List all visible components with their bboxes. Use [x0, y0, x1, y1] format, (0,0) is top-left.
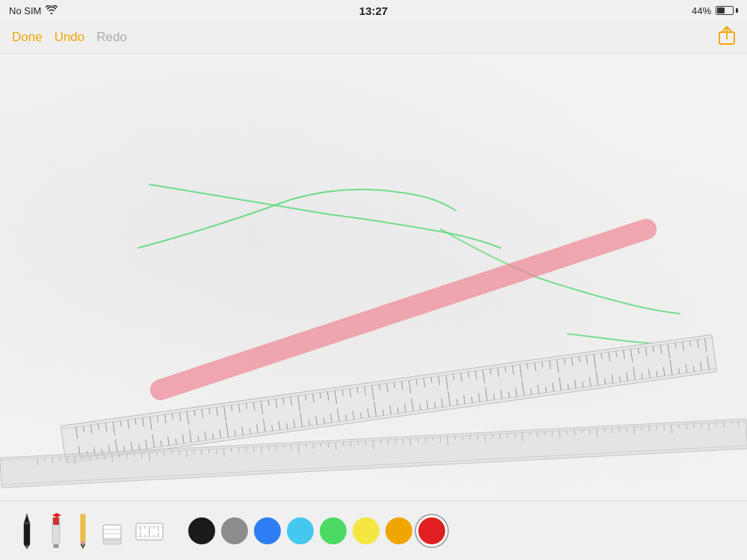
redo-button[interactable]: Redo — [96, 30, 127, 45]
pen-tool-button[interactable] — [15, 508, 39, 553]
toolbar: Done Undo Redo — [0, 21, 747, 54]
eraser-tool-button[interactable] — [99, 508, 125, 553]
no-sim-label: No SIM — [9, 5, 41, 16]
status-bar: No SIM 13:27 44% — [0, 0, 747, 21]
status-right: 44% — [692, 5, 738, 16]
svg-rect-284 — [81, 514, 85, 543]
svg-rect-278 — [24, 522, 30, 524]
svg-marker-279 — [25, 513, 28, 517]
svg-rect-289 — [103, 525, 121, 540]
done-button[interactable]: Done — [12, 30, 43, 45]
share-button[interactable] — [719, 26, 735, 48]
undo-button[interactable]: Undo — [55, 30, 85, 45]
color-black[interactable] — [188, 517, 215, 544]
canvas-area[interactable] — [0, 54, 747, 500]
battery-percent: 44% — [692, 5, 711, 16]
color-cyan[interactable] — [287, 517, 314, 544]
color-orange[interactable] — [385, 517, 412, 544]
colors-row — [188, 517, 445, 544]
bottom-toolbar — [0, 500, 747, 560]
pencil-tool-button[interactable] — [73, 508, 93, 553]
status-left: No SIM — [9, 5, 58, 16]
color-blue[interactable] — [254, 517, 281, 544]
marker-tool-button[interactable] — [45, 508, 67, 553]
color-red[interactable] — [418, 517, 445, 544]
color-green[interactable] — [320, 517, 347, 544]
battery-icon — [716, 6, 738, 15]
svg-rect-293 — [103, 540, 121, 544]
color-yellow[interactable] — [353, 517, 379, 544]
svg-marker-283 — [52, 513, 61, 517]
wifi-icon — [46, 5, 58, 16]
color-gray[interactable] — [221, 517, 248, 544]
ruler-tool-button[interactable] — [131, 508, 167, 553]
svg-rect-281 — [53, 517, 59, 525]
svg-rect-282 — [54, 544, 59, 548]
drawing-canvas[interactable] — [0, 54, 747, 500]
svg-marker-276 — [24, 514, 30, 549]
status-time: 13:27 — [359, 4, 388, 17]
